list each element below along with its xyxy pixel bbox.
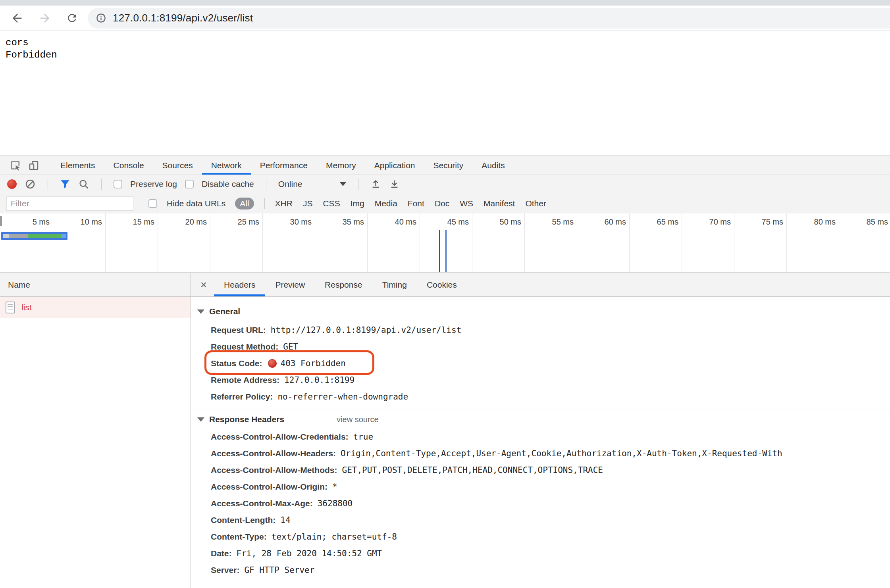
- clear-icon[interactable]: [25, 179, 36, 190]
- tab-application[interactable]: Application: [365, 156, 424, 175]
- general-section-header[interactable]: General: [191, 304, 890, 319]
- timeline-tick-label: 70 ms: [671, 217, 731, 227]
- preserve-log-label: Preserve log: [130, 179, 177, 189]
- timeline-tick-label: 55 ms: [514, 217, 574, 227]
- hide-data-urls-checkbox[interactable]: [148, 199, 157, 208]
- timeline-tick-label: 80 ms: [776, 217, 836, 227]
- view-source-link[interactable]: view source: [337, 415, 379, 424]
- network-filter-bar: Hide data URLs All XHR JS CSS Img Media …: [0, 193, 890, 214]
- response-headers-title: Response Headers: [209, 415, 284, 424]
- header-row: Referrer Policy: no-referrer-when-downgr…: [211, 388, 890, 405]
- type-filter-doc[interactable]: Doc: [435, 199, 449, 208]
- triangle-down-icon: [197, 417, 204, 422]
- section-divider: [191, 409, 890, 409]
- devtools-tabbar: Elements Console Sources Network Perform…: [0, 156, 890, 175]
- timeline-tick-label: 25 ms: [200, 217, 259, 227]
- waterfall-segment-queueing: [9, 234, 28, 238]
- filter-input[interactable]: [6, 196, 133, 211]
- type-filter-media[interactable]: Media: [375, 199, 397, 208]
- inspect-element-icon[interactable]: [6, 156, 25, 175]
- details-tabbar: × Headers Preview Response Timing Cookie…: [191, 273, 890, 297]
- timeline-tick-label: 60 ms: [566, 217, 626, 227]
- type-filter-other[interactable]: Other: [525, 199, 546, 208]
- tab-audits[interactable]: Audits: [472, 156, 514, 175]
- url-text: 127.0.0.1:8199/api.v2/user/list: [113, 12, 253, 24]
- request-row-list[interactable]: list: [0, 297, 191, 318]
- browser-tab-strip: [0, 0, 890, 6]
- filter-icon[interactable]: [60, 179, 70, 189]
- info-icon[interactable]: [96, 13, 106, 23]
- network-lower-pane: Name list × Headers Preview Response Tim…: [0, 273, 890, 588]
- device-toolbar-icon[interactable]: [25, 156, 43, 175]
- tab-cookies[interactable]: Cookies: [417, 273, 467, 296]
- address-bar[interactable]: 127.0.0.1:8199/api.v2/user/list: [88, 8, 890, 29]
- divider: [101, 179, 102, 190]
- timeline-tick-label: 35 ms: [304, 217, 364, 227]
- throttling-select[interactable]: Online: [278, 179, 302, 189]
- section-divider: [191, 581, 890, 581]
- back-icon[interactable]: [10, 12, 24, 25]
- timeline-tick-label: 30 ms: [252, 217, 312, 227]
- export-har-icon[interactable]: [389, 179, 400, 189]
- timeline-tick-label: 65 ms: [619, 217, 678, 227]
- divider: [266, 179, 266, 190]
- record-button-icon[interactable]: [7, 179, 17, 189]
- tab-response[interactable]: Response: [315, 273, 372, 296]
- name-column-header[interactable]: Name: [0, 273, 191, 297]
- page-text-line: Forbidden: [6, 49, 890, 61]
- request-details-panel: × Headers Preview Response Timing Cookie…: [191, 273, 890, 588]
- page-text-line: cors: [6, 37, 890, 49]
- header-row-status: Status Code: 403 Forbidden: [211, 355, 890, 372]
- import-har-icon[interactable]: [370, 179, 381, 189]
- tab-sources[interactable]: Sources: [153, 156, 202, 175]
- disable-cache-checkbox[interactable]: [185, 180, 194, 188]
- tab-security[interactable]: Security: [424, 156, 472, 175]
- request-list-panel: Name list: [0, 273, 191, 588]
- timeline-tick-label: 40 ms: [357, 217, 416, 227]
- tab-network[interactable]: Network: [202, 156, 251, 175]
- hide-data-urls-label: Hide data URLs: [167, 199, 225, 208]
- tab-preview[interactable]: Preview: [265, 273, 315, 296]
- tab-timing[interactable]: Timing: [372, 273, 417, 296]
- type-filter-js[interactable]: JS: [303, 199, 313, 208]
- response-headers-section-header[interactable]: Response Headers view source: [191, 412, 890, 427]
- preserve-log-checkbox[interactable]: [114, 180, 122, 188]
- tab-memory[interactable]: Memory: [317, 156, 365, 175]
- divider: [48, 179, 48, 190]
- waterfall-bar[interactable]: [1, 232, 67, 240]
- type-filter-font[interactable]: Font: [408, 199, 424, 208]
- domcontentloaded-line: [445, 230, 447, 272]
- search-icon[interactable]: [78, 179, 89, 190]
- header-row: Access-Control-Max-Age: 3628800: [211, 495, 890, 512]
- timeline[interactable]: 5 ms10 ms15 ms20 ms25 ms30 ms35 ms40 ms4…: [0, 213, 890, 273]
- tab-performance[interactable]: Performance: [251, 156, 317, 175]
- header-row: Request Method: GET: [211, 338, 890, 355]
- chevron-down-icon[interactable]: [340, 182, 346, 186]
- type-filters: All XHR JS CSS Img Media Font Doc WS Man…: [235, 198, 546, 209]
- divider: [47, 160, 47, 171]
- header-row: Remote Address: 127.0.0.1:8199: [211, 372, 890, 388]
- timeline-tick-label: 50 ms: [462, 217, 521, 227]
- reload-icon[interactable]: [66, 12, 78, 24]
- headers-pane: General Request URL: http://127.0.0.1:81…: [191, 297, 890, 588]
- type-filter-img[interactable]: Img: [351, 199, 364, 208]
- forward-icon[interactable]: [38, 12, 52, 25]
- waterfall-segment-waiting: [28, 234, 61, 238]
- header-row: Date: Fri, 28 Feb 2020 14:50:52 GMT: [211, 545, 890, 562]
- request-name: list: [21, 303, 32, 312]
- browser-toolbar: 127.0.0.1:8199/api.v2/user/list: [0, 6, 890, 31]
- type-filter-manifest[interactable]: Manifest: [484, 199, 515, 208]
- tab-headers[interactable]: Headers: [214, 273, 265, 296]
- header-row: Access-Control-Allow-Origin: *: [211, 478, 890, 495]
- timeline-tick-label: 20 ms: [147, 217, 207, 227]
- close-icon[interactable]: ×: [193, 273, 214, 296]
- tab-elements[interactable]: Elements: [51, 156, 104, 175]
- waterfall-segment-stalled: [3, 234, 9, 238]
- timeline-tick-label: 10 ms: [42, 217, 102, 227]
- disable-cache-label: Disable cache: [202, 179, 254, 189]
- type-filter-xhr[interactable]: XHR: [275, 199, 293, 208]
- type-filter-css[interactable]: CSS: [323, 199, 340, 208]
- type-filter-all[interactable]: All: [235, 198, 254, 209]
- type-filter-ws[interactable]: WS: [460, 199, 473, 208]
- tab-console[interactable]: Console: [104, 156, 153, 175]
